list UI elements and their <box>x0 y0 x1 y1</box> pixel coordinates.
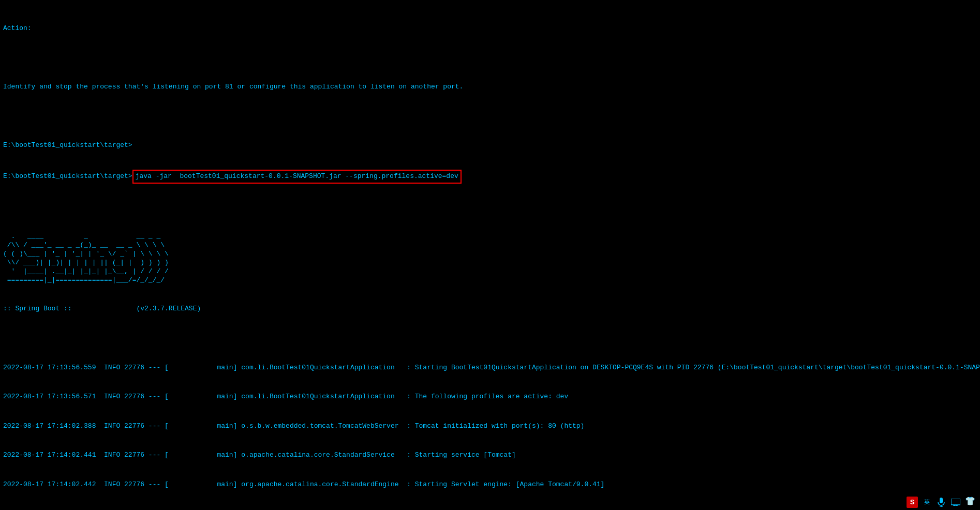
taskbar-icons: S 英 👕 <box>907 497 976 508</box>
svg-rect-0 <box>940 498 943 503</box>
spring-boot-label: :: Spring Boot :: (v2.3.7.RELEASE) <box>3 304 977 314</box>
prompt1-line: E:\bootTest01_quickstart\target> <box>3 141 977 151</box>
command-line: E:\bootTest01_quickstart\target>java -ja… <box>3 170 977 184</box>
prompt1: E:\bootTest01_quickstart\target> <box>3 141 132 149</box>
action-text: Identify and stop the process that's lis… <box>3 82 977 92</box>
log1: 2022-08-17 17:13:56.559 INFO 22776 --- [… <box>3 363 977 373</box>
mic-icon[interactable] <box>936 497 947 508</box>
prompt2: E:\bootTest01_quickstart\target> <box>3 172 132 180</box>
command-box: java -jar bootTest01_quickstart-0.0.1-SN… <box>132 170 462 184</box>
svg-rect-3 <box>951 499 960 505</box>
spring-logo: . ____ _ __ _ _ /\\ / ___'_ __ _ _(_)_ _… <box>3 232 977 284</box>
log4: 2022-08-17 17:14:02.441 INFO 22776 --- [… <box>3 451 977 460</box>
command-text: java -jar bootTest01_quickstart-0.0.1-SN… <box>136 172 458 180</box>
log2: 2022-08-17 17:13:56.571 INFO 22776 --- [… <box>3 392 977 402</box>
log5: 2022-08-17 17:14:02.442 INFO 22776 --- [… <box>3 480 977 490</box>
screen-icon[interactable] <box>950 497 961 508</box>
log3: 2022-08-17 17:14:02.388 INFO 22776 --- [… <box>3 422 977 431</box>
s-taskbar-icon[interactable]: S <box>907 497 918 508</box>
terminal: Action: Identify and stop the process th… <box>3 4 977 510</box>
english-icon[interactable]: 英 <box>921 497 932 508</box>
action-label: Action: <box>3 24 977 34</box>
shirt-icon[interactable]: 👕 <box>964 497 976 508</box>
